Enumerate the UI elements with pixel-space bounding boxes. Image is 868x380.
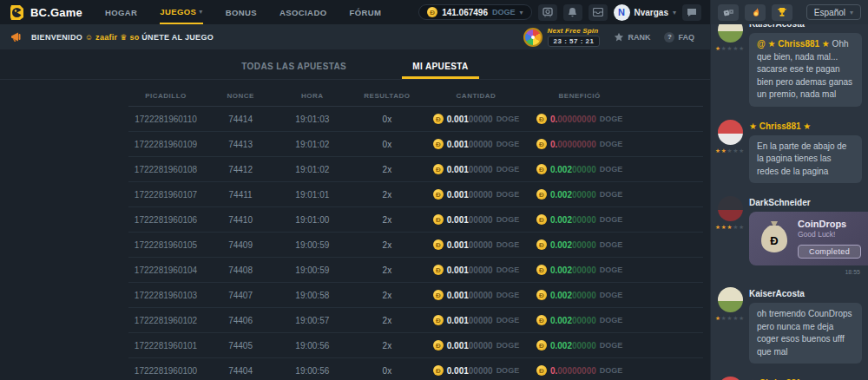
user-avatar[interactable] [718, 287, 743, 312]
inbox-icon[interactable] [589, 4, 608, 21]
tab-mi-apuesta[interactable]: MI APUESTA [402, 56, 479, 79]
nav-item-asociado[interactable]: ASOCIADO [279, 0, 326, 24]
bet-hash: 1722281960109 [128, 140, 203, 149]
money-value: 0.00100000 [447, 190, 493, 200]
tab-todas-las-apuestas[interactable]: TODAS LAS APUESTAS [231, 56, 357, 79]
bet-hash: 1722281960110 [128, 115, 203, 124]
announcement-segment: ☺ [85, 33, 95, 42]
doge-coin-icon: Ð [536, 114, 547, 124]
user-avatar[interactable] [718, 377, 743, 380]
nav-item-hogar[interactable]: HOGAR [105, 0, 137, 24]
table-row[interactable]: 17222819601067441019:01:002xÐ0.00100000D… [128, 207, 703, 233]
vault-icon[interactable] [538, 4, 557, 21]
doge-coin-icon: Ð [536, 265, 547, 275]
money-bag-icon: Ð [758, 219, 791, 254]
money-value: 0.00200000 [550, 341, 596, 351]
bet-result: 2x [347, 341, 428, 351]
currency-label: DOGE [496, 316, 520, 324]
chat-message-body: KaiserAcosta@ ★ Chriss881 ★ Ohh que bien… [749, 24, 862, 112]
user-menu[interactable]: N Nvargas ▾ [614, 4, 676, 21]
chat-message-body: ★ Chriss881 ★En la parte de abajo de la … [749, 120, 862, 189]
bet-profit: Ð0.00200000DOGE [525, 189, 635, 200]
app-root: BC.Game HOGARJUEGOS▾BONUSASOCIADOFÓRUM Ð… [0, 0, 868, 380]
doge-coin-icon: Ð [536, 290, 547, 300]
bet-amount: Ð0.00100000DOGE [427, 290, 525, 300]
bet-hash: 1722281960101 [128, 341, 203, 351]
user-avatar[interactable] [718, 24, 743, 43]
table-row[interactable]: 17222819601007440419:00:560xÐ0.00100000D… [128, 358, 703, 380]
bet-hash: 1722281960104 [128, 265, 203, 275]
table-row[interactable]: 17222819601107441419:01:030xÐ0.00100000D… [128, 107, 703, 132]
balance-selector[interactable]: Ð 141.067496 DOGE ▾ [418, 4, 531, 20]
chat-username[interactable]: KaiserAcosta [749, 24, 862, 29]
money-value: 0.00200000 [550, 240, 596, 250]
announcement-segment: ♛ so [117, 33, 141, 42]
user-star-rating: ★★★★★ [715, 45, 745, 52]
doge-coin-icon: Ð [536, 164, 547, 174]
bet-nonce: 74408 [203, 265, 278, 275]
currency-label: DOGE [496, 240, 520, 249]
money-value: 0.00200000 [550, 291, 596, 300]
bell-icon[interactable] [563, 4, 582, 21]
nav-item-juegos[interactable]: JUEGOS▾ [160, 0, 202, 24]
bet-amount: Ð0.00100000DOGE [427, 114, 525, 124]
balance-amount: 141.067496 [442, 8, 488, 17]
flame-icon[interactable] [745, 4, 766, 21]
money-value: 0.00200000 [550, 190, 596, 200]
money-value: 0.00200000 [550, 316, 596, 325]
chat-toggle-icon[interactable] [682, 4, 701, 21]
doge-coin-icon: Ð [433, 114, 444, 124]
money-value: 0.00100000 [447, 140, 493, 149]
dice-icon[interactable] [718, 4, 739, 21]
table-row[interactable]: 17222819601017440519:00:562xÐ0.00100000D… [128, 333, 703, 358]
table-row[interactable]: 17222819601027440619:00:572xÐ0.00100000D… [128, 308, 703, 333]
doge-coin-icon: Ð [536, 340, 547, 351]
trophy-icon[interactable] [772, 4, 792, 21]
user-avatar[interactable] [718, 120, 743, 145]
bet-hash: 1722281960100 [128, 366, 203, 376]
rank-link[interactable]: RANK [614, 32, 650, 43]
table-row[interactable]: 17222819601037440719:00:582xÐ0.00100000D… [128, 283, 703, 308]
doge-coin-icon: Ð [433, 139, 444, 149]
user-avatar[interactable] [718, 196, 743, 221]
column-header: PICADILLO [128, 92, 203, 100]
coindrop-subtitle: Good Luck! [798, 230, 868, 239]
coindrop-completed-button[interactable]: Completed [798, 245, 861, 259]
bet-hash: 1722281960103 [128, 291, 203, 300]
chat-username[interactable]: DarkSchneider [749, 198, 862, 207]
bet-amount: Ð0.00100000DOGE [427, 315, 525, 325]
chat-username[interactable]: ★ Chriss881 ★ [749, 121, 862, 131]
bcgame-logo[interactable]: BC.Game [9, 4, 82, 21]
bet-time: 19:00:59 [278, 265, 346, 275]
announcement-bar: BIENVENIDO ☺ zaafir ♛ so ÚNETE AL JUEGO … [0, 24, 710, 49]
chat-message: ★★★★★★ Chriss881 ★@KaiserAcosta Royal fl… [716, 377, 862, 380]
bet-nonce: 74410 [203, 215, 278, 225]
money-value: 0.00000000 [550, 366, 596, 376]
currency-label: DOGE [496, 165, 520, 174]
balance-currency: DOGE [492, 8, 516, 16]
free-spin-widget[interactable]: Next Free Spin 23 : 57 : 21 [523, 27, 601, 47]
bet-result: 2x [347, 190, 428, 200]
nav-item-frum[interactable]: FÓRUM [349, 0, 381, 24]
faq-link[interactable]: ? FAQ [664, 32, 694, 43]
table-row[interactable]: 17222819601097441319:01:020xÐ0.00100000D… [128, 132, 703, 157]
currency-label: DOGE [600, 190, 623, 199]
bet-time: 19:00:57 [278, 316, 346, 325]
bet-nonce: 74412 [203, 165, 278, 174]
table-row[interactable]: 17222819601087441219:01:022xÐ0.00100000D… [128, 157, 703, 182]
bet-amount: Ð0.00100000DOGE [427, 214, 525, 225]
money-value: 0.00100000 [447, 165, 493, 174]
table-row[interactable]: 17222819601057440919:00:592xÐ0.00100000D… [128, 233, 703, 258]
chat-message-body: KaiserAcostaoh tremendo CounDrops pero n… [749, 287, 862, 369]
nav-item-bonus[interactable]: BONUS [226, 0, 257, 24]
avatar: N [614, 4, 630, 21]
announcement-segment: ÚNETE AL JUEGO [141, 33, 214, 42]
table-row[interactable]: 17222819601047440819:00:592xÐ0.00100000D… [128, 258, 703, 283]
coindrop-card[interactable]: ÐCoinDropsGood Luck!Completed [749, 212, 868, 265]
chat-messages: ★★★★★KaiserAcosta@ ★ Chriss881 ★ Ohh que… [711, 24, 868, 380]
chat-username[interactable]: KaiserAcosta [749, 289, 862, 298]
table-row[interactable]: 17222819601077441119:01:012xÐ0.00100000D… [128, 182, 703, 207]
bet-result: 2x [347, 165, 428, 174]
bet-profit: Ð0.00200000DOGE [525, 315, 635, 325]
language-selector[interactable]: Español ▾ [806, 4, 861, 20]
